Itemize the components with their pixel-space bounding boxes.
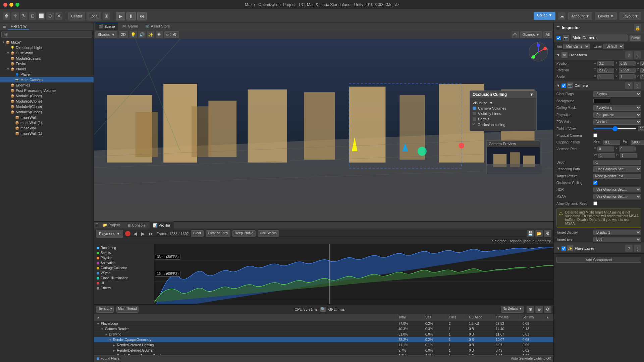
table-row[interactable]: ▼ Drawing 31.0% 0.0% 1 0 B 11.07 0.01: [94, 332, 553, 337]
profiler-save[interactable]: 💾: [527, 230, 534, 237]
position-z-input[interactable]: [640, 61, 644, 66]
profiler-action2[interactable]: ⊕: [535, 306, 543, 313]
static-badge[interactable]: Static: [630, 36, 641, 41]
gizmos-dropdown[interactable]: Gizmos ▼: [520, 31, 542, 38]
profiler-action1[interactable]: ⊕: [527, 306, 534, 313]
profiler-settings[interactable]: ⚙: [544, 230, 551, 237]
hdr-select[interactable]: Use Graphics Setti...: [593, 187, 641, 192]
hierarchy-tab[interactable]: Hierarchy: [8, 23, 29, 29]
physical-camera-checkbox[interactable]: [593, 133, 597, 137]
camera-enabled-checkbox[interactable]: [561, 83, 566, 88]
tab-asset-store[interactable]: 🛒 Asset Store: [142, 23, 173, 30]
hierarchy-item-mazewall3[interactable]: 📦mazeWall: [0, 125, 94, 131]
tab-console[interactable]: 🖥 Console: [124, 222, 149, 229]
flare-layer-header[interactable]: ▼ ✨ Flare Layer ? ⋮: [554, 243, 644, 253]
target-texture-field[interactable]: None (Render Text...: [593, 174, 641, 179]
table-row[interactable]: ▼ Camera.Render 40.3% 0.3% 1 0 B 14.40 0…: [94, 326, 553, 332]
target-eye-select[interactable]: Both: [593, 237, 641, 242]
hierarchy-item-duststorm[interactable]: ▼📦DustStorm: [0, 50, 94, 56]
center-toggle[interactable]: Center: [68, 12, 85, 20]
msaa-select[interactable]: Use Graphics Setti...: [593, 194, 641, 199]
transform-section-header[interactable]: ▼ ⊕ Transform ? ⋮: [554, 50, 644, 60]
far-input[interactable]: [631, 140, 644, 145]
occlusion-culling-checkbox[interactable]: [593, 181, 597, 185]
occlusion-popup-dropdown[interactable]: ▼: [530, 92, 534, 97]
rotation-y-input[interactable]: [619, 68, 636, 73]
rect-tool[interactable]: ⬜: [38, 12, 45, 20]
hierarchy-item-mazewall4[interactable]: 📦mazeWall (1): [0, 131, 94, 136]
flare-layer-checkbox[interactable]: [561, 246, 566, 251]
add-component-button[interactable]: Add Component: [556, 257, 641, 263]
profiler-action3[interactable]: ⚙: [544, 306, 551, 313]
clear-flags-select[interactable]: Skybox: [593, 91, 641, 97]
shaded-dropdown[interactable]: Shaded ▼: [95, 31, 117, 38]
deep-profile-button[interactable]: Deep Profile: [232, 230, 256, 237]
hierarchy-item-postprocessing[interactable]: 📦Post Processing Volume: [0, 88, 94, 93]
allow-dynamic-checkbox[interactable]: [593, 201, 597, 205]
transform-menu[interactable]: ⋮: [634, 51, 641, 59]
camera-section-header[interactable]: ▼ 📷 Camera ? ⋮: [554, 80, 644, 90]
hierarchy-item-maze[interactable]: ▼📦Maze*: [0, 40, 94, 45]
visualize-dropdown[interactable]: ▼: [489, 101, 493, 105]
hierarchy-item-module5a[interactable]: 📦Module5(Clone): [0, 99, 94, 104]
table-row[interactable]: ▼ Render.OpaqueGeometry 28.2% 0.2% 1 0 B…: [94, 337, 553, 343]
scale-z-input[interactable]: [640, 74, 644, 79]
maximize-button[interactable]: [15, 3, 19, 7]
hierarchy-search-input[interactable]: [1, 32, 92, 38]
rotation-x-input[interactable]: [597, 68, 614, 73]
custom-tool[interactable]: ✕: [55, 12, 62, 20]
vp-y-input[interactable]: [619, 146, 636, 152]
play-button[interactable]: ▶: [116, 12, 125, 20]
occlusion-item-4[interactable]: ✓ Occlusion culling: [473, 122, 534, 127]
camera-menu[interactable]: ⋮: [634, 82, 641, 89]
hierarchy-item-modulespawns[interactable]: 📦ModuleSpawns: [0, 56, 94, 61]
scale-y-input[interactable]: [619, 74, 636, 79]
tab-project[interactable]: 📁 Project: [99, 222, 123, 229]
record-button[interactable]: [125, 231, 130, 236]
grid-tool[interactable]: ⊞: [103, 12, 110, 20]
prev-frame-button[interactable]: ◀: [132, 231, 138, 236]
rendering-path-select[interactable]: Use Graphics Setti...: [593, 166, 641, 172]
tag-select[interactable]: MainCame: [563, 44, 590, 49]
culling-mask-select[interactable]: Everything: [593, 105, 641, 111]
hierarchy-item-module4[interactable]: 📦Module4(Clone): [0, 104, 94, 109]
rotation-z-input[interactable]: [640, 68, 644, 73]
inspector-lock[interactable]: 🔒: [634, 24, 641, 32]
flare-help[interactable]: ?: [625, 245, 633, 252]
fov-input[interactable]: [638, 126, 644, 131]
col-self[interactable]: Self: [423, 314, 446, 320]
vp-w-input[interactable]: [598, 153, 615, 158]
flare-menu[interactable]: ⋮: [634, 245, 641, 252]
snap-settings[interactable]: ⚙: [172, 32, 177, 37]
next-frame-button[interactable]: ▶: [140, 231, 146, 236]
local-toggle[interactable]: Local: [87, 12, 101, 20]
audio-toggle[interactable]: 🔊: [138, 31, 146, 38]
chart-category-animation[interactable]: Animation: [94, 260, 154, 265]
col-total[interactable]: Total: [396, 314, 423, 320]
col-selfms[interactable]: Self ms: [520, 314, 543, 320]
table-row[interactable]: ▼ PlayerLoop 77.0% 0.2% 2 1.2 KB 27.52 0…: [94, 321, 553, 326]
fov-axis-select[interactable]: Vertical: [593, 119, 641, 125]
hierarchy-item-player[interactable]: ▼📦Player: [0, 66, 94, 72]
occlusion-item-3[interactable]: Portals: [473, 117, 534, 121]
effects-toggle[interactable]: ✨: [147, 31, 154, 38]
step-button[interactable]: ⏭: [137, 12, 147, 20]
rotate-tool[interactable]: ↻: [20, 12, 28, 20]
cloud-icon[interactable]: ☁: [558, 12, 566, 20]
scene-extra1[interactable]: ⊕: [512, 31, 519, 38]
object-name-input[interactable]: [571, 35, 628, 41]
background-color-swatch[interactable]: [593, 99, 610, 103]
light-toggle[interactable]: 💡: [129, 31, 137, 38]
tab-scene[interactable]: 🎬 Scene: [95, 23, 118, 30]
call-stacks-button[interactable]: Call Stacks: [258, 230, 279, 237]
col-gc[interactable]: GC Alloc: [466, 314, 493, 320]
hide-toggle[interactable]: 👁: [156, 31, 163, 38]
playmode-dropdown[interactable]: Playmode ▼: [96, 230, 123, 238]
tab-game[interactable]: 🎮 Game: [119, 23, 141, 30]
hierarchy-item-mazewall1[interactable]: 📦mazeWall: [0, 115, 94, 120]
transform-combined-tool[interactable]: ⊕: [46, 12, 54, 20]
table-row[interactable]: ▶ RenderDeferred.Lighting 11.1% 0.1% 1 0…: [94, 343, 553, 348]
search-profiler[interactable]: 🔍: [320, 307, 326, 312]
object-active-checkbox[interactable]: [556, 36, 561, 40]
near-input[interactable]: [603, 140, 620, 145]
